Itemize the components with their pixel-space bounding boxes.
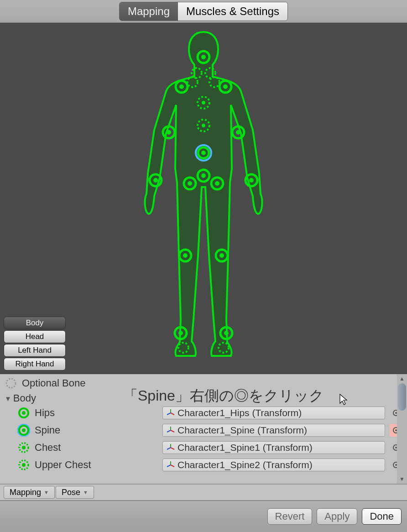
svg-point-7 — [201, 151, 206, 155]
bone-row: HipsCharacter1_Hips (Transform) — [17, 406, 402, 420]
scroll-down-arrow-icon[interactable]: ▼ — [397, 475, 407, 484]
tab-group: Mapping Muscles & Settings — [119, 2, 288, 21]
required-bone-node-icon — [17, 424, 30, 437]
part-body-button[interactable]: Body — [4, 317, 66, 329]
bone-mapping-section: Optional Bone 「Spine」右側の◎をクリック ▼ Body Hi… — [0, 374, 407, 484]
optional-bone-label: Optional Bone — [22, 377, 85, 389]
avatar-body-diagram[interactable] — [121, 27, 286, 370]
tab-muscles-settings[interactable]: Muscles & Settings — [178, 2, 287, 21]
transform-axis-icon — [167, 409, 175, 417]
bone-transform-field[interactable]: Character1_Spine1 (Transform) — [162, 441, 385, 454]
bone-row: SpineCharacter1_Spine (Transform) — [17, 423, 402, 437]
part-right-hand-button[interactable]: Right Hand — [4, 358, 66, 370]
svg-line-28 — [171, 465, 174, 467]
pose-dropdown[interactable]: Pose ▼ — [56, 486, 94, 499]
svg-line-23 — [171, 448, 174, 449]
pose-dropdown-label: Pose — [62, 488, 80, 497]
transform-axis-icon — [167, 443, 175, 452]
vertical-scrollbar[interactable]: ▲ ▼ — [397, 374, 407, 484]
bone-transform-field[interactable]: Character1_Hips (Transform) — [162, 407, 385, 419]
svg-point-10 — [22, 411, 26, 415]
svg-line-19 — [167, 430, 171, 432]
bone-transform-value: Character1_Spine (Transform) — [177, 425, 307, 436]
bone-transform-value: Character1_Spine1 (Transform) — [177, 442, 313, 453]
svg-point-21 — [22, 446, 26, 449]
tab-mapping[interactable]: Mapping — [120, 2, 178, 21]
bone-row-list: HipsCharacter1_Hips (Transform)SpineChar… — [5, 406, 402, 472]
bone-name-label: Chest — [35, 442, 158, 454]
optional-bone-icon — [5, 377, 17, 390]
bone-name-label: Spine — [35, 424, 158, 436]
bone-row: ChestCharacter1_Spine1 (Transform) — [17, 441, 402, 454]
done-button[interactable]: Done — [362, 508, 402, 525]
bone-transform-value: Character1_Hips (Transform) — [177, 407, 302, 418]
part-head-button[interactable]: Head — [4, 330, 66, 343]
apply-button[interactable]: Apply — [317, 508, 357, 525]
optional-bone-node-icon — [17, 441, 30, 454]
dropdown-bar: Mapping ▼ Pose ▼ — [0, 484, 407, 500]
bone-name-label: Hips — [35, 407, 158, 419]
scroll-up-arrow-icon[interactable]: ▲ — [397, 374, 407, 383]
foldout-arrow-icon: ▼ — [5, 395, 11, 402]
body-part-selector: Body Head Left Hand Right Hand — [4, 317, 66, 370]
scroll-track[interactable] — [397, 383, 407, 475]
revert-button[interactable]: Revert — [267, 508, 313, 525]
mapping-dropdown[interactable]: Mapping ▼ — [4, 486, 55, 499]
svg-point-16 — [22, 428, 26, 432]
annotation-text: 「Spine」右側の◎をクリック — [123, 386, 324, 406]
required-bone-node-icon — [17, 407, 30, 419]
svg-line-13 — [167, 413, 171, 415]
optional-bone-node-icon — [17, 459, 30, 471]
svg-line-18 — [171, 430, 174, 432]
dropdown-caret-icon: ▼ — [83, 490, 88, 495]
svg-line-12 — [171, 413, 174, 415]
svg-line-29 — [167, 465, 171, 467]
bone-row: Upper ChestCharacter1_Spine2 (Transform) — [17, 458, 402, 472]
part-left-hand-button[interactable]: Left Hand — [4, 344, 66, 357]
config-tabs: Mapping Muscles & Settings — [0, 0, 407, 23]
bone-transform-field[interactable]: Character1_Spine (Transform) — [162, 424, 385, 437]
body-heading-label: Body — [13, 392, 36, 404]
svg-line-24 — [167, 448, 171, 449]
svg-point-8 — [6, 379, 16, 388]
transform-axis-icon — [167, 426, 175, 434]
avatar-viewport: Body Head Left Hand Right Hand — [0, 23, 407, 374]
dropdown-caret-icon: ▼ — [44, 490, 49, 495]
bone-transform-value: Character1_Spine2 (Transform) — [177, 459, 313, 470]
bone-transform-field[interactable]: Character1_Spine2 (Transform) — [162, 459, 385, 471]
transform-axis-icon — [167, 461, 175, 469]
mapping-dropdown-label: Mapping — [10, 488, 41, 497]
svg-point-26 — [22, 463, 26, 467]
footer-bar: Revert Apply Done — [0, 500, 407, 532]
scroll-thumb[interactable] — [398, 383, 406, 411]
bone-name-label: Upper Chest — [35, 459, 158, 471]
